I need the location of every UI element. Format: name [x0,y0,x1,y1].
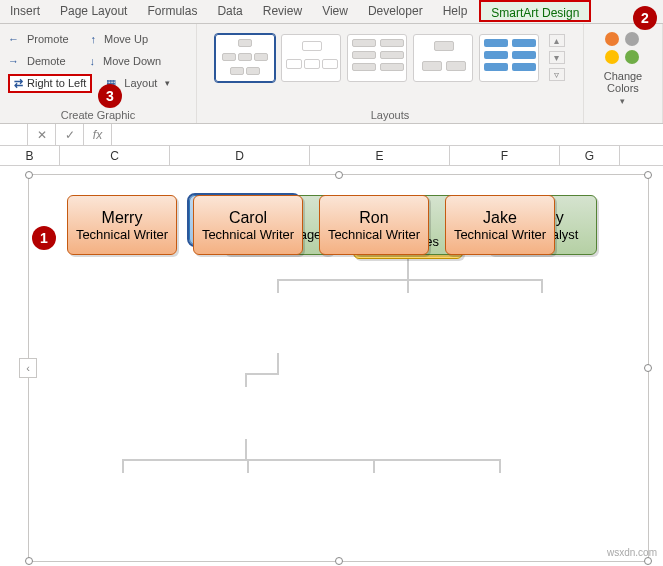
ribbon-tabs: Insert Page Layout Formulas Data Review … [0,0,663,24]
tab-smartart-design[interactable]: SmartArt Design [479,0,591,22]
column-headers: B C D E F G [0,146,663,166]
node-role: Technical Writer [324,227,424,242]
demote-icon: → [8,55,19,67]
resize-handle[interactable] [644,557,652,565]
node-merry[interactable]: Merry Technical Writer [67,195,177,255]
node-jake[interactable]: Jake Technical Writer [445,195,555,255]
expand-text-pane-icon[interactable]: ‹ [19,358,37,378]
callout-1: 1 [32,226,56,250]
change-colors-label: Change Colors [594,70,652,94]
chevron-down-icon: ▾ [620,96,625,106]
group-create-graphic: ←Promote ↑Move Up →Demote ↓Move Down ⇄Ri… [0,24,197,123]
promote-icon: ← [8,33,19,45]
tab-help[interactable]: Help [433,0,478,23]
node-carol[interactable]: Carol Technical Writer [193,195,303,255]
resize-handle[interactable] [644,364,652,372]
org-chart[interactable]: Adam Managing Director Morty Project Man… [67,195,624,551]
col-E[interactable]: E [310,146,450,165]
col-B[interactable]: B [0,146,60,165]
layouts-scroll-up-icon[interactable]: ▴ [549,34,565,47]
resize-handle[interactable] [335,557,343,565]
layout-thumb-5[interactable] [479,34,539,82]
tab-developer[interactable]: Developer [358,0,433,23]
layouts-scroll-down-icon[interactable]: ▾ [549,51,565,64]
resize-handle[interactable] [25,171,33,179]
resize-handle[interactable] [335,171,343,179]
move-down-button[interactable]: Move Down [103,55,161,67]
layout-thumb-4[interactable] [413,34,473,82]
tab-view[interactable]: View [312,0,358,23]
col-C[interactable]: C [60,146,170,165]
tab-review[interactable]: Review [253,0,312,23]
cancel-icon[interactable]: ✕ [28,124,56,146]
enter-icon[interactable]: ✓ [56,124,84,146]
name-box[interactable] [0,124,28,146]
change-colors-button[interactable] [599,30,647,68]
node-role: Technical Writer [198,227,298,242]
ribbon: ←Promote ↑Move Up →Demote ↓Move Down ⇄Ri… [0,24,663,124]
fx-button[interactable]: fx [84,124,112,146]
resize-handle[interactable] [644,171,652,179]
group-change-colors: Change Colors ▾ [584,24,663,123]
node-name: Jake [450,209,550,227]
callout-3: 3 [98,84,122,108]
node-ron[interactable]: Ron Technical Writer [319,195,429,255]
layout-button[interactable]: Layout [124,77,157,89]
demote-button[interactable]: Demote [27,55,66,67]
node-name: Merry [72,209,172,227]
right-to-left-button[interactable]: ⇄Right to Left [8,74,92,93]
group-title-layouts: Layouts [197,109,583,121]
smartart-selection-frame[interactable]: ‹ Adam Managing Director Morty [28,174,649,562]
tab-page-layout[interactable]: Page Layout [50,0,137,23]
callout-2: 2 [633,6,657,30]
node-role: Technical Writer [72,227,172,242]
move-up-icon: ↑ [91,33,97,45]
group-title-create-graphic: Create Graphic [0,109,196,121]
right-to-left-icon: ⇄ [14,77,23,90]
formula-bar: ✕ ✓ fx [0,124,663,146]
resize-handle[interactable] [25,557,33,565]
tab-data[interactable]: Data [207,0,252,23]
node-name: Carol [198,209,298,227]
worksheet-canvas[interactable]: 1 ‹ Adam M [0,166,663,564]
layout-thumb-3[interactable] [347,34,407,82]
move-down-icon: ↓ [90,55,96,67]
node-role: Technical Writer [450,227,550,242]
tab-insert[interactable]: Insert [0,0,50,23]
move-up-button[interactable]: Move Up [104,33,148,45]
col-G[interactable]: G [560,146,620,165]
watermark: wsxdn.com [607,547,657,558]
layout-thumb-1[interactable] [215,34,275,82]
group-layouts: ▴ ▾ ▿ Layouts [197,24,584,123]
layouts-more-icon[interactable]: ▿ [549,68,565,81]
col-D[interactable]: D [170,146,310,165]
chevron-down-icon: ▾ [165,78,170,88]
tab-formulas[interactable]: Formulas [137,0,207,23]
layout-thumb-2[interactable] [281,34,341,82]
node-name: Ron [324,209,424,227]
col-F[interactable]: F [450,146,560,165]
promote-button[interactable]: Promote [27,33,69,45]
